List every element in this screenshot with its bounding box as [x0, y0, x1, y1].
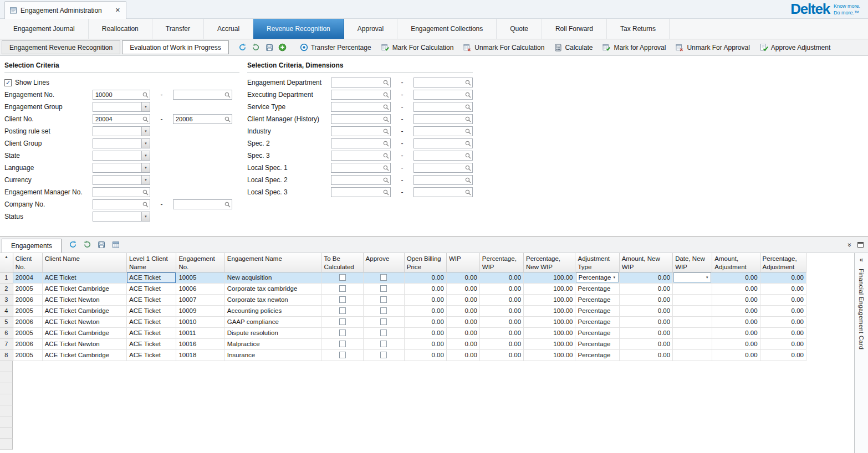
cell-engagement_no[interactable]: 10016 — [176, 338, 224, 349]
cell-adjustment_type[interactable]: Percentage — [575, 338, 619, 349]
checkbox[interactable] — [380, 285, 387, 292]
cell-date_new_wip[interactable] — [673, 327, 712, 338]
cell-amount_adjustment[interactable]: 0.00 — [712, 294, 760, 305]
table-row[interactable]: 320006ACE Ticket NewtonACE Ticket10007Co… — [0, 294, 806, 305]
checkbox[interactable] — [380, 318, 387, 325]
magnifier-icon[interactable] — [465, 104, 471, 110]
magnifier-icon[interactable] — [383, 165, 389, 171]
cell-percentage_new_wip[interactable]: 100.00 — [524, 305, 575, 316]
company-no-from-input[interactable] — [93, 199, 150, 209]
table-row[interactable]: 820005ACE Ticket CambridgeACE Ticket1001… — [0, 349, 806, 361]
row-number[interactable]: 3 — [0, 294, 13, 305]
magnifier-icon[interactable] — [465, 177, 471, 183]
ribbon-tab-approval[interactable]: Approval — [344, 19, 397, 39]
expand-panel-icon[interactable]: « — [860, 256, 864, 264]
cell-percentage_wip[interactable]: 0.00 — [479, 349, 523, 361]
checkbox[interactable] — [339, 274, 346, 281]
add-button[interactable] — [276, 41, 289, 54]
mark-for-calculation-button[interactable]: Mark For Calculation — [376, 41, 459, 54]
magnifier-icon[interactable] — [383, 189, 389, 195]
cell-percentage_wip[interactable]: 0.00 — [479, 305, 523, 316]
ribbon-tab-reallocation[interactable]: Reallocation — [89, 19, 152, 39]
checkbox[interactable] — [339, 330, 346, 336]
cell-open_billing_price[interactable]: 0.00 — [404, 294, 446, 305]
spec-2-to-input[interactable] — [413, 138, 473, 148]
currency-dropdown[interactable]: ▼ — [93, 175, 150, 185]
cell-amount_adjustment[interactable]: 0.00 — [712, 305, 760, 316]
service-type-from-input[interactable] — [331, 102, 391, 112]
cell-percentage_adjustment[interactable]: 0.00 — [760, 305, 806, 316]
magnifier-icon[interactable] — [465, 189, 471, 195]
cell-wip[interactable]: 0.00 — [446, 316, 479, 327]
column-header-approve[interactable]: Approve — [363, 253, 404, 272]
chevron-down-icon[interactable]: ▼ — [141, 176, 150, 184]
table-row[interactable]: 420005ACE Ticket CambridgeACE Ticket1000… — [0, 305, 806, 316]
ribbon-tab-engagement-journal[interactable]: Engagement Journal — [0, 19, 89, 39]
chevron-down-icon[interactable]: ▼ — [141, 212, 150, 221]
cell-client_name[interactable]: ACE Ticket — [42, 272, 126, 283]
engagement-no-to-input[interactable] — [173, 90, 232, 100]
magnifier-icon[interactable] — [142, 202, 149, 208]
column-header-to_be_calculated[interactable]: To Be Calculated — [321, 253, 363, 272]
cell-percentage_new_wip[interactable]: 100.00 — [524, 294, 575, 305]
cell-amount_new_wip[interactable]: 0.00 — [619, 316, 672, 327]
engagement-no-from-input[interactable]: 10000 — [93, 90, 150, 100]
spec-2-from-input[interactable] — [331, 138, 391, 148]
magnifier-icon[interactable] — [383, 116, 389, 122]
cell-amount_adjustment[interactable]: 0.00 — [712, 327, 760, 338]
client-manager-history-from-input[interactable] — [331, 114, 391, 124]
checkbox[interactable] — [380, 330, 387, 336]
checkbox[interactable] — [380, 307, 387, 314]
cell-adjustment_type[interactable]: Percentage — [575, 283, 619, 294]
local-spec-1-to-input[interactable] — [413, 163, 473, 173]
column-header-date_new_wip[interactable]: Date, New WIP — [673, 253, 712, 272]
magnifier-icon[interactable] — [383, 92, 389, 98]
cell-client_no[interactable]: 20005 — [13, 327, 42, 338]
chevron-down-icon[interactable]: ▼ — [141, 163, 150, 172]
ribbon-tab-revenue-recognition[interactable]: Revenue Recognition — [253, 19, 344, 39]
magnifier-icon[interactable] — [224, 202, 231, 208]
magnifier-icon[interactable] — [142, 92, 149, 98]
cell-open_billing_price[interactable]: 0.00 — [404, 349, 446, 361]
cell-client_no[interactable]: 20006 — [13, 294, 42, 305]
cell-amount_adjustment[interactable]: 0.00 — [712, 272, 760, 283]
magnifier-icon[interactable] — [142, 189, 149, 195]
table-row[interactable]: 520006ACE Ticket NewtonACE Ticket10010GA… — [0, 316, 806, 327]
cell-percentage_wip[interactable]: 0.00 — [479, 294, 523, 305]
magnifier-icon[interactable] — [383, 128, 389, 135]
local-spec-1-from-input[interactable] — [331, 163, 391, 173]
client-no-from-input[interactable]: 20004 — [93, 114, 150, 124]
magnifier-icon[interactable] — [465, 92, 471, 98]
cell-wip[interactable]: 0.00 — [446, 305, 479, 316]
cell-engagement_name[interactable]: New acquisition — [224, 272, 321, 283]
chevron-down-icon[interactable]: ▼ — [141, 102, 150, 111]
approve-adjustment-button[interactable]: Approve Adjustment — [755, 41, 835, 54]
checkbox[interactable] — [339, 285, 346, 292]
executing-department-from-input[interactable] — [331, 90, 391, 100]
cell-client_no[interactable]: 20005 — [13, 305, 42, 316]
float-window-button[interactable] — [857, 241, 864, 249]
cell-engagement_no[interactable]: 10010 — [176, 316, 224, 327]
cell-open_billing_price[interactable]: 0.00 — [404, 272, 446, 283]
cell-level1_client_name[interactable]: ACE Ticket — [127, 349, 176, 361]
cell-amount_new_wip[interactable]: 0.00 — [619, 338, 672, 349]
local-spec-2-to-input[interactable] — [413, 175, 473, 185]
row-number[interactable]: 2 — [0, 283, 13, 294]
engagement-manager-no-input[interactable] — [93, 187, 150, 197]
service-type-to-input[interactable] — [413, 102, 473, 112]
magnifier-icon[interactable] — [383, 153, 389, 159]
chevron-double-down-button[interactable]: « — [847, 241, 851, 249]
column-header-percentage_adjustment[interactable]: Percentage, Adjustment — [760, 253, 806, 272]
engagement-group-dropdown[interactable]: ▼ — [93, 102, 150, 112]
spec-3-from-input[interactable] — [331, 151, 391, 161]
cell-wip[interactable]: 0.00 — [446, 294, 479, 305]
ribbon-tab-roll-forward[interactable]: Roll Forward — [542, 19, 607, 39]
engagement-department-from-input[interactable] — [331, 78, 391, 87]
tab-engagements[interactable]: Engagements — [2, 239, 62, 253]
ribbon-tab-transfer[interactable]: Transfer — [152, 19, 204, 39]
close-icon[interactable]: ✕ — [115, 7, 120, 14]
cell-amount_new_wip[interactable]: 0.00 — [619, 283, 672, 294]
checkbox[interactable] — [380, 274, 387, 281]
client-manager-history-to-input[interactable] — [413, 114, 473, 124]
undo-button[interactable] — [249, 41, 263, 54]
